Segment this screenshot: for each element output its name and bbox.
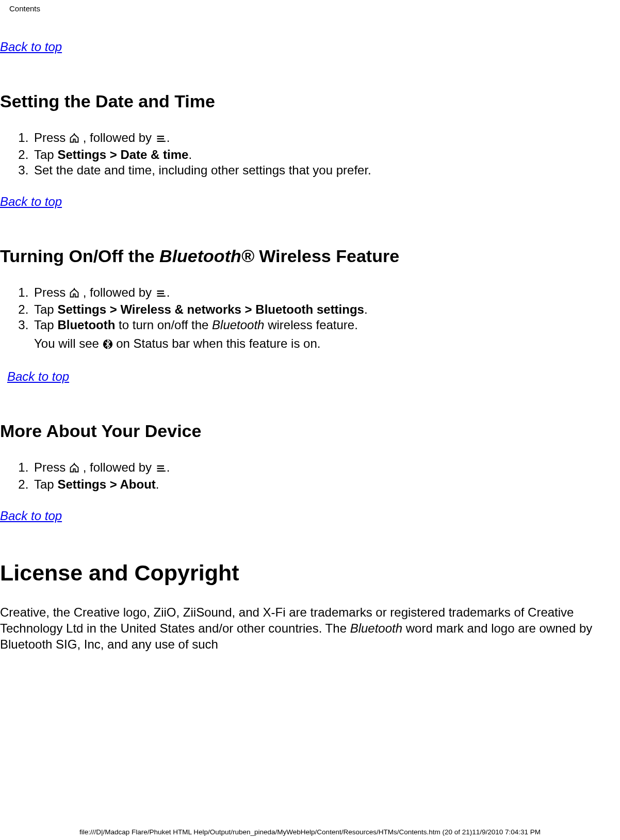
- text-italic: Bluetooth: [350, 621, 402, 635]
- text: Set the date and time, including other s…: [34, 163, 371, 177]
- text: .: [364, 302, 368, 316]
- list-more-about: Press , followed by . Tap Settings > Abo…: [0, 460, 620, 492]
- home-icon: [69, 286, 79, 302]
- sub-line: You will see on Status bar when this fea…: [34, 336, 620, 353]
- menu-icon: [155, 461, 167, 477]
- text: .: [167, 460, 170, 474]
- text: , followed by: [79, 285, 155, 299]
- text: , followed by: [79, 460, 155, 474]
- footer-path: file:///D|/Madcap Flare/Phuket HTML Help…: [0, 828, 620, 836]
- text: , followed by: [79, 131, 155, 144]
- list-item: Tap Bluetooth to turn on/off the Bluetoo…: [32, 317, 620, 353]
- text: .: [156, 477, 159, 491]
- text: Press: [34, 131, 69, 144]
- text: on Status bar when this feature is on.: [113, 336, 321, 350]
- back-to-top-link[interactable]: Back to top: [0, 195, 62, 208]
- text: Turning On/Off the: [0, 246, 159, 266]
- list-item: Press , followed by .: [32, 130, 620, 147]
- menu-icon: [155, 286, 167, 302]
- list-item: Tap Settings > About.: [32, 477, 620, 492]
- text: Tap: [34, 302, 57, 316]
- text-italic: Bluetooth®: [159, 246, 254, 266]
- back-to-top-link[interactable]: Back to top: [0, 40, 62, 54]
- home-icon: [69, 461, 79, 477]
- text-bold: Settings > About: [57, 477, 155, 491]
- text: Press: [34, 285, 69, 299]
- text: Wireless Feature: [254, 246, 399, 266]
- license-paragraph: Creative, the Creative logo, ZiiO, ZiiSo…: [0, 604, 620, 653]
- text-bold: Bluetooth: [57, 318, 115, 332]
- back-to-top-link[interactable]: Back to top: [7, 369, 69, 383]
- list-item: Press , followed by .: [32, 460, 620, 477]
- text: Tap: [34, 477, 57, 491]
- home-icon: [69, 132, 79, 147]
- heading-more-about: More About Your Device: [0, 421, 620, 441]
- text: Press: [34, 460, 69, 474]
- list-date-time: Press , followed by . Tap Settings > Dat…: [0, 130, 620, 178]
- list-bluetooth: Press , followed by . Tap Settings > Wir…: [0, 285, 620, 353]
- text: Tap: [34, 148, 57, 161]
- list-item: Tap Settings > Date & time.: [32, 147, 620, 163]
- page-header: Contents: [0, 0, 620, 13]
- text: .: [188, 148, 192, 161]
- heading-license: License and Copyright: [0, 560, 620, 586]
- list-item: Tap Settings > Wireless & networks > Blu…: [32, 302, 620, 317]
- bluetooth-icon: [103, 337, 113, 353]
- text-italic: Bluetooth: [212, 318, 264, 332]
- text: to turn on/off the: [115, 318, 212, 332]
- heading-bluetooth: Turning On/Off the Bluetooth® Wireless F…: [0, 246, 620, 266]
- text: .: [167, 285, 170, 299]
- text: .: [167, 131, 170, 144]
- list-item: Set the date and time, including other s…: [32, 163, 620, 178]
- heading-date-time: Setting the Date and Time: [0, 91, 620, 111]
- text: Tap: [34, 318, 57, 332]
- text-bold: Settings > Wireless & networks > Bluetoo…: [57, 302, 364, 316]
- list-item: Press , followed by .: [32, 285, 620, 302]
- text-bold: Settings > Date & time: [57, 148, 188, 161]
- menu-icon: [155, 132, 167, 147]
- text: wireless feature.: [264, 318, 357, 332]
- back-to-top-link[interactable]: Back to top: [0, 509, 62, 523]
- text: You will see: [34, 336, 103, 350]
